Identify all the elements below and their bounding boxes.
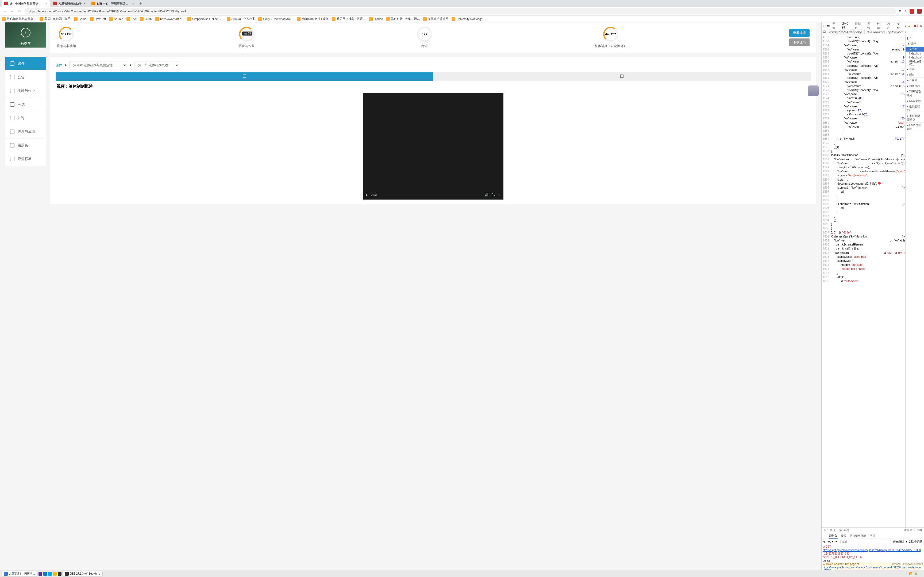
console-filter-input[interactable] <box>840 540 891 544</box>
bookmark-item[interactable]: SimplyNoise Online S… <box>187 17 223 21</box>
code-line[interactable]: 1561 "kw">case 7: <box>822 43 905 47</box>
block-tab[interactable]: 网络请求屏蔽 <box>850 533 866 538</box>
bookmark-item[interactable]: Unity - Download Arc… <box>258 17 294 21</box>
line-number[interactable]: 1564 <box>822 56 831 60</box>
code-line[interactable]: 1606} <box>822 226 905 230</box>
code-line[interactable]: 1581 "kw">return e.stop() <box>822 125 905 129</box>
line-number[interactable]: 1606 <box>822 226 831 230</box>
bookmark-item[interactable]: Game <box>74 17 87 21</box>
context-select[interactable]: top ▾ <box>827 540 834 543</box>
extension-icon[interactable] <box>909 9 914 14</box>
line-number[interactable]: 1565 <box>822 60 831 64</box>
code-line[interactable]: 1592 "kw">var s = document.createElement… <box>822 169 905 173</box>
line-number[interactable]: 1560 <box>822 39 831 43</box>
eye-icon[interactable]: 👁 <box>835 540 838 543</box>
line-number[interactable]: 1562 <box>822 48 831 52</box>
star-icon[interactable]: ☆ <box>904 9 907 13</box>
code-line[interactable]: 1574 e.next = 20; <box>822 96 905 100</box>
dom-section[interactable]: ▸ DOM 断点 <box>906 98 924 104</box>
app-icon[interactable] <box>43 572 47 575</box>
sidebar-item[interactable]: 错题集 <box>5 139 46 152</box>
line-number[interactable]: 1604 <box>822 218 831 222</box>
code-line[interactable]: 1601 a() <box>822 206 905 210</box>
console-message[interactable]: ⊘ GET <box>823 545 923 548</box>
line-number[interactable]: 1578 <box>822 113 831 116</box>
line-number[interactable]: 1618 <box>822 275 831 279</box>
bookmark-item[interactable]: Source <box>109 17 123 21</box>
line-number[interactable]: 1587 <box>822 149 831 153</box>
line-number[interactable]: 1561 <box>822 43 831 47</box>
code-line[interactable]: 1582 } <box>822 129 905 133</box>
code-line[interactable]: 1579 "kw">case 20: <box>822 116 905 121</box>
line-number[interactable]: 1603 <box>822 214 831 218</box>
app-icon[interactable] <box>58 572 61 575</box>
line-number[interactable]: 1570 <box>822 80 831 84</box>
code-line[interactable]: 1613 staticClass: "video-box", <box>822 255 905 259</box>
code-line[interactable]: 1607}, C = (a("618e"), <box>822 230 905 235</box>
bookmark-item[interactable]: Microsoft 支持 | 设备 <box>297 17 329 21</box>
line-number[interactable]: 1582 <box>822 129 831 133</box>
floating-avatar[interactable] <box>808 85 819 96</box>
code-line[interactable]: 1588loadJS: "kw">function(t) { <box>822 153 905 157</box>
thread-item[interactable]: ● 主要 <box>906 47 924 52</box>
breadcrumb-root[interactable]: 课件 <box>56 63 62 68</box>
file-tab-0[interactable]: chunk-1b2f993f.bd8c279f.js <box>827 29 865 35</box>
console-message[interactable]: net::ERR_BLOCKED_BY_CLIENT <box>823 555 923 559</box>
bookmark-item[interactable]: 江苏政府采购网 <box>423 17 448 21</box>
code-line[interactable]: 1619 id: "video-box" <box>822 279 905 283</box>
app-icon[interactable] <box>48 572 52 575</box>
view-grades-button[interactable]: 查看成绩 <box>789 29 809 37</box>
code-line[interactable]: 1598 } <box>822 194 905 198</box>
system-tray[interactable]: ˄ 📶 🔋 中 <box>906 572 922 575</box>
line-number[interactable]: 1588 <box>822 153 831 157</box>
code-editor[interactable]: 1559 e.next = 7,1560 t.loadJS("".concat(… <box>822 35 905 527</box>
code-line[interactable]: 1608Object(p.a)(g, ("kw">function() { <box>822 235 905 239</box>
global-section[interactable]: ▸ 全局监听器 <box>906 104 924 113</box>
line-number[interactable]: 1605 <box>822 222 831 226</box>
sidebar-item[interactable]: 考试 <box>5 98 46 111</box>
code-line[interactable]: 1570 "kw">case 13: <box>822 80 905 84</box>
line-number[interactable]: 1617 <box>822 271 831 275</box>
code-line[interactable]: 1604 )) <box>822 218 905 222</box>
battery-icon[interactable]: 🔋 <box>914 572 918 575</box>
code-line[interactable]: 1611 , a = t._self._c || e; <box>822 247 905 251</box>
line-number[interactable]: 1559 <box>822 35 831 39</box>
file-nav-icon[interactable]: ❏ <box>822 29 827 35</box>
bookmark-item[interactable]: Tool <box>126 17 137 21</box>
sidebar-item[interactable]: 进度与成绩 <box>5 125 46 139</box>
line-number[interactable]: 1566 <box>822 64 831 68</box>
settings-icon[interactable]: ⚙ <box>920 24 922 27</box>
code-line[interactable]: 1577 e.prev = 17, <box>822 108 905 113</box>
device-icon[interactable]: ▭ <box>827 24 830 27</box>
code-line[interactable]: 1609 "kw">var t = "kw">this <box>822 239 905 243</box>
browser-tab-0[interactable]: 课 | 中国医学教育慕课联盟… × <box>2 0 50 7</box>
doc-tab[interactable] <box>433 73 811 81</box>
drawer-menu-icon[interactable]: ⋮ <box>823 534 826 537</box>
code-line[interactable]: 1580 "kw">case "end": <box>822 121 905 125</box>
line-number[interactable]: 1615 <box>822 263 831 267</box>
thread-item[interactable]: index.html <box>906 56 924 60</box>
bookmark-item[interactable]: 民科科普 | 收集、记… <box>386 17 420 21</box>
reload-button[interactable]: ⟳ <box>17 8 23 14</box>
fullscreen-icon[interactable]: ⛶ <box>492 193 494 196</box>
line-number[interactable]: 1591 <box>822 165 831 169</box>
threads-section[interactable]: ▼ 线程 <box>906 41 924 47</box>
code-line[interactable]: 1616 "margin-top": "10px" <box>822 267 905 271</box>
line-number[interactable]: 1612 <box>822 251 831 255</box>
code-line[interactable]: 1564 "kw">case 9: <box>822 56 905 60</box>
code-line[interactable]: 1566 t.loadJS("".concat(a, "/vid <box>822 64 905 68</box>
line-number[interactable]: 1619 <box>822 279 831 283</box>
line-number[interactable]: 1598 <box>822 194 831 198</box>
console-message[interactable]: #/moocCourseware?cours▲ Mixed Content: T… <box>823 562 923 566</box>
section-select[interactable]: 第一节 液体制剂概述 <box>134 61 179 69</box>
code-line[interactable]: 1614 staticStyle: { <box>822 259 905 263</box>
app-icon[interactable] <box>39 572 42 575</box>
ime-icon[interactable]: 中 <box>920 572 922 575</box>
bookmark-item[interactable]: 我关注的问题 - 知乎 <box>40 17 71 21</box>
line-number[interactable]: 1569 <box>822 76 831 80</box>
pause-icon[interactable]: ‖ <box>906 37 908 40</box>
new-tab-button[interactable]: + <box>137 0 144 7</box>
back-button[interactable]: ← <box>2 8 8 14</box>
sidebar-item[interactable]: 评分标准 <box>5 152 46 166</box>
scope-section[interactable]: ▸ 作用域 <box>906 78 924 83</box>
